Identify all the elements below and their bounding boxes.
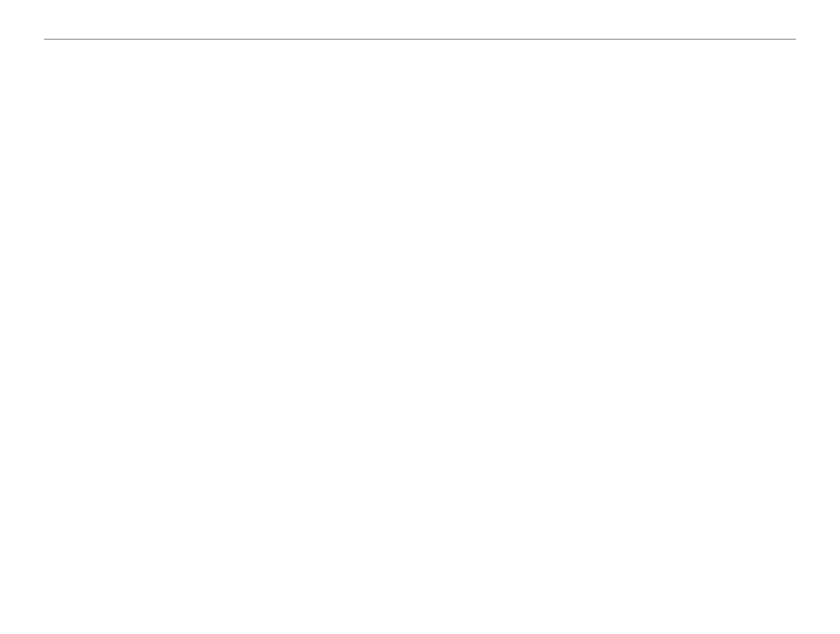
page-footer <box>0 606 840 616</box>
page-header <box>44 35 796 40</box>
